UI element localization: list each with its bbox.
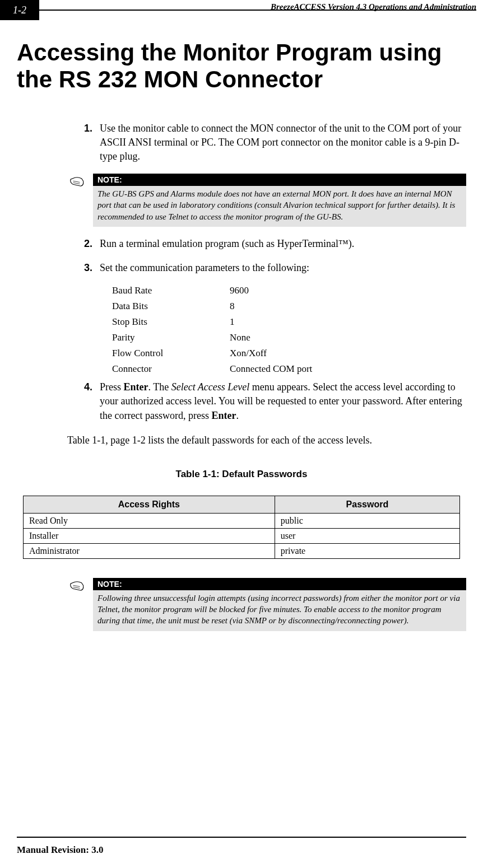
param-row: Stop Bits 1 [112,316,466,328]
table-reference-text: Table 1-1, page 1-2 lists the default pa… [67,433,449,447]
note-icon [67,174,87,227]
cell-password: user [275,528,459,543]
param-row: Parity None [112,332,466,343]
param-row: Data Bits 8 [112,301,466,312]
kbd-enter: Enter [124,381,148,393]
svg-line-3 [73,587,80,588]
table-row: Installer user [24,528,460,543]
running-title: BreezeACCESS Version 4.3 Operations and … [271,2,476,12]
step-number: 3. [84,261,100,275]
table-header-password: Password [275,496,459,513]
t: Press [100,381,124,393]
document-title: Accessing the Monitor Program using the … [17,39,466,94]
param-row: Flow Control Xon/Xoff [112,348,466,359]
default-passwords-table: Access Rights Password Read Only public … [23,496,460,559]
parameter-list: Baud Rate 9600 Data Bits 8 Stop Bits 1 P… [112,285,466,375]
page-number-tab: 1-2 [0,0,39,20]
table-row: Read Only public [24,513,460,528]
param-key: Flow Control [112,348,230,359]
param-key: Baud Rate [112,285,230,296]
step-4: 4. Press Enter. The Select Access Level … [84,380,466,423]
param-value: 1 [230,316,235,328]
svg-line-1 [73,183,80,184]
table-row: Administrator private [24,543,460,558]
step-number: 2. [84,237,100,251]
note-label: NOTE: [93,578,466,590]
menu-name: Select Access Level [171,381,250,393]
note-block-1: NOTE: The GU-BS GPS and Alarms module do… [67,174,466,227]
page-header: 1-2 BreezeACCESS Version 4.3 Operations … [0,0,483,22]
note-body: Following three unsuccessful login attem… [93,590,466,631]
footer-revision: Manual Revision: 3.0 [17,844,103,856]
step-text: Set the communication parameters to the … [100,261,466,275]
param-key: Parity [112,332,230,343]
param-value: None [230,332,250,343]
param-value: 8 [230,301,235,312]
param-value: Connected COM port [230,363,312,375]
param-key: Connector [112,363,230,375]
param-key: Data Bits [112,301,230,312]
t: . The [148,381,171,393]
cell-rights: Read Only [24,513,275,528]
cell-rights: Installer [24,528,275,543]
footer-rule [17,837,466,838]
note-block-2: NOTE: Following three unsuccessful login… [67,578,466,631]
step-text: Run a terminal emulation program (such a… [100,237,466,251]
step-number: 1. [84,122,100,164]
step-3: 3. Set the communication parameters to t… [84,261,466,275]
step-text: Press Enter. The Select Access Level men… [100,380,466,423]
param-value: Xon/Xoff [230,348,267,359]
page-content: Accessing the Monitor Program using the … [0,22,483,631]
note-icon [67,578,87,631]
svg-line-2 [73,585,80,586]
table-caption: Table 1-1: Default Passwords [17,469,466,480]
table-header-rights: Access Rights [24,496,275,513]
param-row: Connector Connected COM port [112,363,466,375]
cell-password: private [275,543,459,558]
cell-password: public [275,513,459,528]
note-label: NOTE: [93,174,466,186]
cell-rights: Administrator [24,543,275,558]
param-row: Baud Rate 9600 [112,285,466,296]
param-value: 9600 [230,285,249,296]
svg-line-0 [73,181,80,182]
kbd-enter: Enter [211,410,236,421]
param-key: Stop Bits [112,316,230,328]
step-number: 4. [84,380,100,423]
step-2: 2. Run a terminal emulation program (suc… [84,237,466,251]
note-body: The GU-BS GPS and Alarms module does not… [93,186,466,227]
step-1: 1. Use the monitor cable to connect the … [84,122,466,164]
step-text: Use the monitor cable to connect the MON… [100,122,466,164]
t: . [236,410,239,421]
